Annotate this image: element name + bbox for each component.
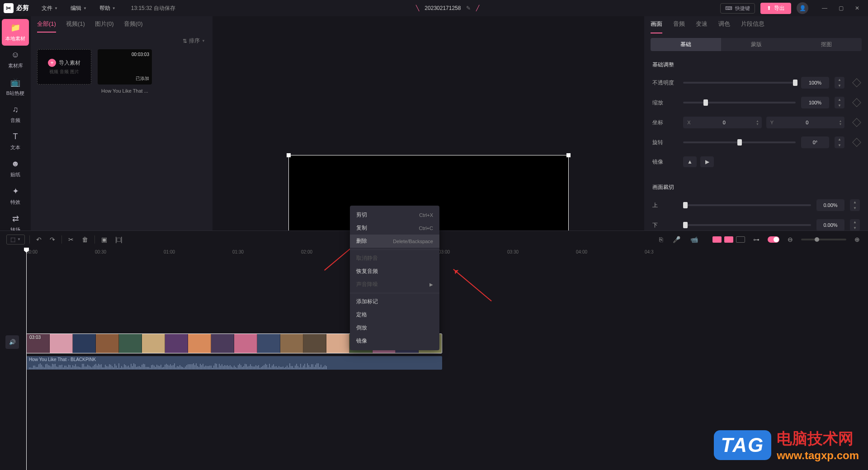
ctx-倒放[interactable]: 倒放 [350,321,439,334]
crop-top-slider[interactable] [683,204,811,206]
media-clip[interactable]: 00:03:03 已添加 How You Like That ... [98,49,152,94]
tab-picture[interactable]: 画面 [651,20,662,33]
keyboard-icon: ⌨ [725,5,732,11]
user-avatar[interactable]: 👤 [797,2,808,14]
clip-name: How You Like That ... [98,88,152,94]
rotate-stepper[interactable]: ▲▼ [835,136,844,148]
menu-file[interactable]: 文件▼ [36,3,63,14]
nav-特效[interactable]: ✦特效 [2,183,29,209]
opacity-stepper[interactable]: ▲▼ [835,77,844,89]
close-button[interactable]: ✕ [850,2,864,14]
import-card[interactable]: +导入素材 视频 音频 图片 [37,49,91,94]
maximize-button[interactable]: ▢ [834,2,848,14]
redo-button[interactable]: ↷ [48,234,57,245]
export-button[interactable]: ⬆导出 [760,3,791,14]
tab-speed[interactable]: 变速 [696,20,708,33]
section-basic-adjust: 基础调整 [652,61,860,69]
media-tab-audio[interactable]: 音频(0) [124,20,143,33]
snap-mode-3[interactable] [736,236,745,243]
snap-mode-1[interactable] [712,236,722,243]
resize-handle[interactable] [566,153,571,157]
ctx-剪切[interactable]: 剪切Ctrl+X [350,208,439,221]
mic-icon[interactable]: 🎤 [671,234,682,245]
audio-clip[interactable]: How You Like That - BLACKPINK [26,356,442,370]
zoom-slider[interactable] [801,239,846,240]
sort-button[interactable]: ⇅排序▼ [183,37,205,45]
zoom-out-icon[interactable]: ⊖ [786,234,795,245]
crop-bottom-value[interactable]: 0.00% [816,219,844,231]
media-tab-video[interactable]: 视频(1) [66,20,85,33]
caption-icon[interactable]: ⎘ [657,234,665,245]
edit-title-icon[interactable]: ✎ [466,5,471,11]
trim-button[interactable]: |□| [113,234,124,245]
subtab-basic[interactable]: 基础 [651,38,721,51]
coord-y-input[interactable]: Y0▲▼ [766,117,845,128]
nav-文本[interactable]: T文本 [2,128,29,155]
keyframe-toggle[interactable] [852,78,861,87]
opacity-value[interactable]: 100% [801,77,829,89]
opacity-slider[interactable] [683,82,796,84]
mirror-row: 镜像 ▲ ▶ [652,156,860,167]
ctx-添加标记[interactable]: 添加标记 [350,295,439,308]
coord-row: 坐标 X0▲▼ Y0▲▼ [652,117,860,128]
nav-贴纸[interactable]: ☻贴纸 [2,155,29,182]
delete-button[interactable]: 🗑 [80,234,90,245]
media-tab-all[interactable]: 全部(1) [37,20,56,33]
upload-icon: ⬆ [767,5,771,11]
rotate-value[interactable]: 0° [801,136,829,148]
coord-x-input[interactable]: X0▲▼ [683,117,762,128]
undo-button[interactable]: ↶ [34,234,43,245]
rotate-row: 旋转 0° ▲▼ [652,136,860,148]
crop-top-stepper[interactable]: ▲▼ [850,199,860,211]
scale-slider[interactable] [683,102,796,103]
ctx-复制[interactable]: 复制Ctrl+C [350,221,439,235]
tab-audio[interactable]: 音频 [673,20,685,33]
ctx-定格[interactable]: 定格 [350,308,439,321]
nav-素材库[interactable]: ☺素材库 [2,47,29,73]
crop-tl-button[interactable]: ▣ [99,234,109,245]
record-icon[interactable]: 📹 [689,234,700,245]
tab-info[interactable]: 片段信息 [741,20,764,33]
mirror-h-button[interactable]: ▲ [683,156,697,167]
crop-top-value[interactable]: 0.00% [816,199,844,211]
person-icon: 👤 [799,5,806,11]
zoom-in-icon[interactable]: ⊕ [853,234,862,245]
scale-value[interactable]: 100% [801,97,829,108]
magnet-icon[interactable]: ⊶ [751,234,761,245]
selection-tool[interactable]: ⬚ ▼ [6,235,25,244]
auto-snap-toggle[interactable] [768,236,779,243]
nav-音频[interactable]: ♫音频 [2,101,29,127]
clip-duration: 00:03:03 [132,52,149,57]
mirror-v-button[interactable]: ▶ [700,156,714,167]
rotate-slider[interactable] [683,141,796,143]
snap-mode-2[interactable] [724,236,733,243]
nav-icon: 📺 [10,77,20,87]
crop-bottom-stepper[interactable]: ▲▼ [850,219,860,231]
nav-icon: ☺ [11,50,19,60]
menu-edit[interactable]: 编辑▼ [65,3,92,14]
subtab-mask[interactable]: 蒙版 [721,38,792,51]
crop-bottom-slider[interactable] [683,224,811,226]
nav-B站热梗[interactable]: 📺B站热梗 [2,74,29,100]
scale-stepper[interactable]: ▲▼ [835,97,844,108]
subtab-cutout[interactable]: 抠图 [791,38,862,51]
playhead[interactable] [26,248,27,470]
ctx-删除[interactable]: 删除Delete/Backspace [350,235,439,248]
ctx-恢复音频[interactable]: 恢复音频 [350,265,439,278]
nav-本地素材[interactable]: 📁本地素材 [2,19,29,46]
timeline-ruler[interactable]: 00:0000:3001:0001:3002:0002:3003:0003:30… [26,248,863,258]
keyframe-toggle[interactable] [852,98,861,107]
menu-help[interactable]: 帮助▼ [94,3,121,14]
ctx-镜像[interactable]: 镜像 [350,334,439,348]
keyframe-toggle[interactable] [852,138,861,147]
shortcuts-button[interactable]: ⌨快捷键 [720,3,755,14]
track-mute-button[interactable]: 🔊 [5,335,19,349]
tab-color[interactable]: 调色 [718,20,730,33]
ctx-声音降噪: 声音降噪▶ [350,278,439,291]
minimize-button[interactable]: — [817,2,832,14]
titlebar-right: ⌨快捷键 ⬆导出 👤 — ▢ ✕ [720,2,864,14]
resize-handle[interactable] [287,153,291,157]
split-button[interactable]: ✂ [66,234,75,245]
keyframe-toggle[interactable] [852,118,861,127]
media-tab-image[interactable]: 图片(0) [95,20,114,33]
